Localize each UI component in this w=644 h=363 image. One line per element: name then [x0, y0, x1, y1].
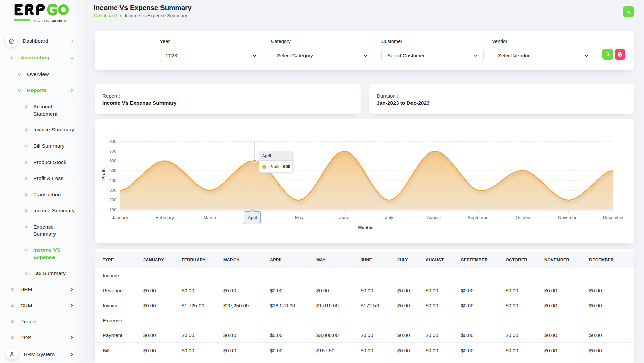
- svg-text:Profit: Profit: [101, 168, 106, 180]
- svg-text:October: October: [515, 215, 532, 220]
- svg-text:600: 600: [109, 159, 116, 163]
- svg-text:700: 700: [109, 149, 116, 154]
- svg-text:July: July: [385, 215, 393, 220]
- svg-text:Powered By: Powered By: [34, 20, 49, 23]
- svg-text:March: March: [203, 215, 216, 220]
- svg-text:June: June: [339, 215, 349, 220]
- svg-text:400: 400: [109, 178, 116, 183]
- svg-text:800: 800: [109, 139, 116, 144]
- svg-text:February: February: [156, 215, 174, 220]
- svg-text:500: 500: [109, 168, 116, 173]
- svg-text:September: September: [468, 215, 490, 220]
- svg-text:WORKDO: WORKDO: [52, 19, 68, 22]
- svg-text:Months: Months: [358, 225, 373, 230]
- svg-text:November: November: [558, 215, 579, 220]
- svg-text:200: 200: [109, 198, 116, 202]
- svg-text:January: January: [112, 215, 128, 220]
- svg-text:August: August: [427, 215, 441, 220]
- svg-text:May: May: [295, 215, 304, 220]
- svg-text:December: December: [603, 215, 624, 220]
- svg-text:300: 300: [109, 188, 116, 193]
- svg-text:100: 100: [109, 208, 116, 212]
